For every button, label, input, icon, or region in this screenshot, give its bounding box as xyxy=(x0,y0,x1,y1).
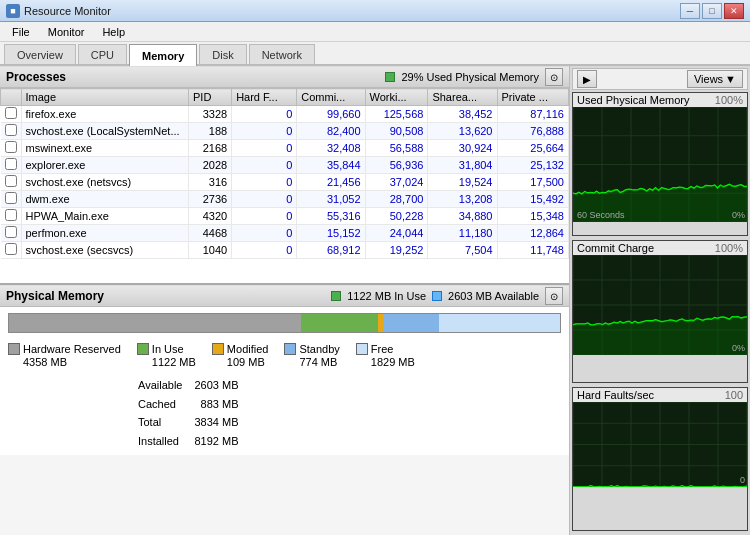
tab-disk[interactable]: Disk xyxy=(199,44,246,64)
tab-cpu[interactable]: CPU xyxy=(78,44,127,64)
memory-bar-segment xyxy=(439,314,560,332)
memory-collapse-button[interactable]: ⊙ xyxy=(545,287,563,305)
memory-header: Physical Memory 1122 MB In Use 2603 MB A… xyxy=(0,285,569,307)
col-commit[interactable]: Commi... xyxy=(297,89,365,106)
chart1-canvas xyxy=(573,107,747,222)
row-checkbox[interactable] xyxy=(5,226,17,238)
process-table-container: Image PID Hard F... Commi... Worki... Sh… xyxy=(0,88,569,283)
cell-commit: 55,316 xyxy=(297,208,365,225)
cell-commit: 32,408 xyxy=(297,140,365,157)
cell-working: 56,588 xyxy=(365,140,428,157)
menu-help[interactable]: Help xyxy=(94,24,133,40)
cell-private: 12,864 xyxy=(497,225,569,242)
row-checkbox[interactable] xyxy=(5,107,17,119)
chart3-canvas xyxy=(573,402,747,487)
cell-private: 76,888 xyxy=(497,123,569,140)
legend-value: 1829 MB xyxy=(371,356,415,368)
chart2-canvas xyxy=(573,255,747,355)
chart2-scale-bottom: 0% xyxy=(732,343,745,353)
cell-commit: 35,844 xyxy=(297,157,365,174)
cell-working: 56,936 xyxy=(365,157,428,174)
col-image[interactable]: Image xyxy=(21,89,188,106)
physical-memory-section: Physical Memory 1122 MB In Use 2603 MB A… xyxy=(0,283,569,463)
stat-label: Available xyxy=(138,376,194,395)
col-pid[interactable]: PID xyxy=(188,89,231,106)
cell-image: svchost.exe (netsvcs) xyxy=(21,174,188,191)
table-row: perfmon.exe 4468 0 15,152 24,044 11,180 … xyxy=(1,225,569,242)
col-working[interactable]: Worki... xyxy=(365,89,428,106)
cell-shared: 13,208 xyxy=(428,191,497,208)
menu-file[interactable]: File xyxy=(4,24,38,40)
legend-item: In Use 1122 MB xyxy=(137,343,196,368)
cell-hard: 0 xyxy=(232,123,297,140)
cell-pid: 4468 xyxy=(188,225,231,242)
cell-private: 15,348 xyxy=(497,208,569,225)
processes-collapse-button[interactable]: ⊙ xyxy=(545,68,563,86)
memory-used-label: 29% Used Physical Memory xyxy=(401,71,539,83)
stat-row: Available 2603 MB xyxy=(138,376,238,395)
cell-hard: 0 xyxy=(232,140,297,157)
menu-monitor[interactable]: Monitor xyxy=(40,24,93,40)
row-checkbox[interactable] xyxy=(5,158,17,170)
views-button[interactable]: Views ▼ xyxy=(687,70,743,88)
tab-network[interactable]: Network xyxy=(249,44,315,64)
chart-physical-memory: Used Physical Memory 100% 60 Seconds 0% xyxy=(572,92,748,236)
col-hard[interactable]: Hard F... xyxy=(232,89,297,106)
memory-bar-segment xyxy=(301,314,378,332)
processes-title: Processes xyxy=(6,70,66,84)
cell-hard: 0 xyxy=(232,208,297,225)
cell-image: firefox.exe xyxy=(21,106,188,123)
cell-pid: 2168 xyxy=(188,140,231,157)
legend-label: Hardware Reserved xyxy=(23,343,121,355)
row-checkbox[interactable] xyxy=(5,175,17,187)
col-shared[interactable]: Sharea... xyxy=(428,89,497,106)
cell-image: mswinext.exe xyxy=(21,140,188,157)
cell-image: perfmon.exe xyxy=(21,225,188,242)
memory-header-info: 1122 MB In Use 2603 MB Available ⊙ xyxy=(331,287,563,305)
tab-memory[interactable]: Memory xyxy=(129,44,197,66)
stat-label: Cached xyxy=(138,395,194,414)
row-checkbox[interactable] xyxy=(5,141,17,153)
chart1-time-label: 60 Seconds xyxy=(577,210,625,220)
cell-commit: 99,660 xyxy=(297,106,365,123)
right-panel-header: ▶ Views ▼ xyxy=(572,68,748,90)
cell-working: 125,568 xyxy=(365,106,428,123)
cell-commit: 68,912 xyxy=(297,242,365,259)
legend-item: Modified 109 MB xyxy=(212,343,269,368)
row-checkbox[interactable] xyxy=(5,192,17,204)
chart-commit: Commit Charge 100% 0% xyxy=(572,240,748,384)
row-checkbox[interactable] xyxy=(5,243,17,255)
cell-private: 25,664 xyxy=(497,140,569,157)
app-icon: ■ xyxy=(6,4,20,18)
cell-shared: 30,924 xyxy=(428,140,497,157)
close-button[interactable]: ✕ xyxy=(724,3,744,19)
cell-working: 37,024 xyxy=(365,174,428,191)
cell-pid: 3328 xyxy=(188,106,231,123)
stat-row: Total 3834 MB xyxy=(138,413,238,432)
nav-forward-button[interactable]: ▶ xyxy=(577,70,597,88)
chart3-title: Hard Faults/sec 100 xyxy=(573,388,747,402)
maximize-button[interactable]: □ xyxy=(702,3,722,19)
cell-hard: 0 xyxy=(232,191,297,208)
cell-pid: 4320 xyxy=(188,208,231,225)
inuse-indicator xyxy=(331,291,341,301)
available-indicator xyxy=(432,291,442,301)
cell-private: 11,748 xyxy=(497,242,569,259)
row-checkbox[interactable] xyxy=(5,209,17,221)
col-private[interactable]: Private ... xyxy=(497,89,569,106)
cell-pid: 2028 xyxy=(188,157,231,174)
memory-indicator xyxy=(385,72,395,82)
table-row: svchost.exe (netsvcs) 316 0 21,456 37,02… xyxy=(1,174,569,191)
cell-hard: 0 xyxy=(232,106,297,123)
cell-commit: 21,456 xyxy=(297,174,365,191)
row-checkbox[interactable] xyxy=(5,124,17,136)
legend-swatch xyxy=(137,343,149,355)
tab-overview[interactable]: Overview xyxy=(4,44,76,64)
cell-pid: 316 xyxy=(188,174,231,191)
minimize-button[interactable]: ─ xyxy=(680,3,700,19)
stat-value: 3834 MB xyxy=(194,413,238,432)
cell-shared: 19,524 xyxy=(428,174,497,191)
window-controls: ─ □ ✕ xyxy=(680,3,744,19)
cell-commit: 31,052 xyxy=(297,191,365,208)
main-container: Processes 29% Used Physical Memory ⊙ Ima… xyxy=(0,66,750,535)
